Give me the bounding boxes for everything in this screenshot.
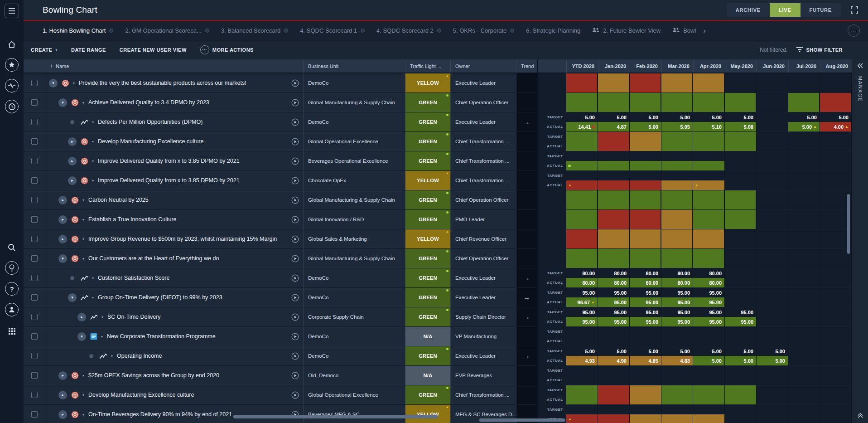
month-cell[interactable] [630,327,661,346]
row-checkbox[interactable] [31,119,38,125]
archive-mode-button[interactable]: ARCHIVE [727,3,770,17]
tabs-more-icon[interactable]: ··· [848,24,860,37]
month-cell[interactable] [725,210,757,229]
traffic-light-cell[interactable]: GREEN [405,346,451,366]
month-cell[interactable] [820,171,852,190]
month-cell[interactable] [693,405,725,423]
month-cell[interactable] [630,151,661,171]
traffic-light-cell[interactable]: GREEN [405,288,451,307]
month-cell[interactable] [693,190,725,210]
month-cell[interactable]: 5.004.90 [598,346,630,366]
row-expander-icon[interactable]: ▾ [58,254,67,263]
row-menu-caret-icon[interactable]: ▾ [101,335,103,339]
month-cell[interactable] [757,288,788,307]
month-cell[interactable] [757,405,788,423]
row-name[interactable]: $25m OPEX Savings across the Group by en… [88,372,219,379]
row-checkbox[interactable] [31,275,38,281]
month-cell[interactable] [820,73,852,93]
month-cell[interactable] [788,288,820,307]
row-expander-icon[interactable]: ▾ [68,293,77,302]
month-cell[interactable]: 5.005.10 [693,112,725,132]
month-cell[interactable] [661,210,693,229]
home-icon[interactable] [5,37,19,52]
month-cell[interactable]: 5.005.08 [725,112,757,132]
month-cell[interactable] [566,190,598,210]
month-cell[interactable] [598,132,630,151]
row-name[interactable]: Group On-Time Delivery (DIFOT) to 99% by… [98,294,222,301]
month-cell[interactable] [725,93,757,112]
month-cell[interactable] [820,327,852,346]
history-clock-icon[interactable] [5,100,19,113]
row-menu-caret-icon[interactable]: ▾ [92,140,94,144]
traffic-light-cell[interactable]: GREEN [405,249,451,268]
row-name[interactable]: Our Customers are at the Heart of Everyt… [88,255,219,262]
month-cell[interactable]: 5.005.00▲ [788,112,820,132]
month-cell[interactable] [566,210,598,229]
play-circle-icon[interactable] [288,255,299,263]
month-cell[interactable] [725,268,757,288]
view-tab[interactable]: 5. OKRs - Corporate [453,27,515,34]
month-cell[interactable] [566,93,598,112]
month-cell[interactable]: 95.0096.67▲ [566,288,598,307]
row-checkbox[interactable] [31,392,38,398]
month-cell[interactable]: 5.005.05 [661,112,693,132]
month-cell[interactable] [820,307,852,327]
month-cell[interactable] [725,229,757,249]
manage-tab[interactable]: MANAGE [858,76,863,102]
month-cell[interactable] [820,405,852,423]
traffic-light-cell[interactable]: GREEN [405,307,451,327]
month-cell[interactable] [788,249,820,268]
row-menu-caret-icon[interactable]: ▾ [82,218,84,222]
month-cell[interactable] [598,171,630,190]
play-circle-icon[interactable] [288,274,299,282]
month-cell[interactable] [598,210,630,229]
month-cell[interactable] [661,327,693,346]
row-menu-caret-icon[interactable]: ▾ [82,257,84,261]
month-cell[interactable] [820,346,852,366]
traffic-light-cell[interactable]: GREEN [405,210,451,229]
row-expander-icon[interactable]: ▸ [68,157,77,165]
month-cell[interactable] [630,385,661,405]
apps-grid-icon[interactable] [5,324,19,338]
month-cell[interactable] [598,366,630,385]
month-cell[interactable] [566,385,598,405]
play-circle-icon[interactable] [288,333,299,340]
month-cell[interactable]: 5.005.00 [757,346,788,366]
play-circle-icon[interactable] [288,216,299,224]
help-icon[interactable]: ? [5,282,19,296]
month-cell[interactable] [757,307,788,327]
month-cell[interactable] [820,288,852,307]
month-cell[interactable] [788,385,820,405]
view-tab[interactable]: 2. Future Bowler View [592,27,661,34]
month-cell[interactable] [757,93,788,112]
row-menu-caret-icon[interactable]: ▾ [101,315,103,319]
row-menu-caret-icon[interactable]: ▾ [92,179,94,183]
month-cell[interactable] [725,405,757,423]
month-cell[interactable]: 95.0095.00 [725,307,757,327]
row-menu-caret-icon[interactable]: ▾ [82,101,84,105]
row-expander-icon[interactable]: ▸ [58,235,67,243]
row-menu-caret-icon[interactable]: ▾ [82,393,84,397]
month-cell[interactable] [693,151,725,171]
month-cell[interactable] [630,93,661,112]
month-cell[interactable] [630,132,661,151]
month-cell[interactable] [661,385,693,405]
view-tab[interactable]: 2. GM Operational Scoreca... [125,27,209,34]
row-name[interactable]: Customer Satisfaction Score [98,275,169,281]
ideas-bulb-icon[interactable] [5,261,19,275]
month-cell[interactable]: 5.004.85 [630,346,661,366]
row-checkbox[interactable] [31,294,38,301]
play-circle-icon[interactable] [288,352,299,360]
traffic-light-cell[interactable]: GREEN [405,112,451,132]
row-checkbox[interactable] [31,138,38,145]
row-expander-icon[interactable]: ▸ [58,391,67,399]
month-cell[interactable] [788,327,820,346]
search-icon[interactable] [5,240,19,255]
row-expander-icon[interactable]: ▸ [68,137,77,146]
traffic-light-cell[interactable]: GREEN [405,385,451,405]
month-cell[interactable] [661,229,693,249]
month-cell[interactable] [661,151,693,171]
row-checkbox[interactable] [31,197,38,203]
month-cell[interactable] [693,366,725,385]
month-cell[interactable]: 5.004.93 [566,346,598,366]
